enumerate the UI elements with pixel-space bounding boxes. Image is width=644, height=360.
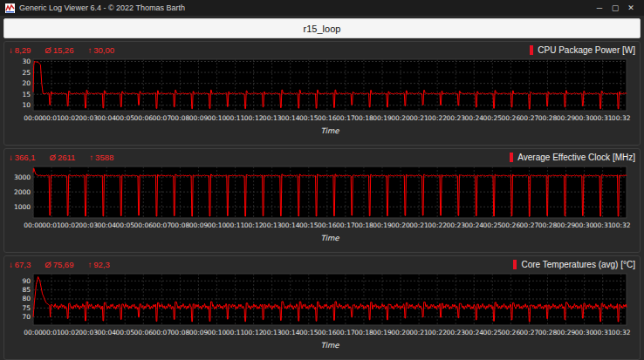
- x-tick-label: 00:08: [171, 221, 190, 229]
- x-axis-label: Time: [321, 234, 340, 242]
- x-tick-label: 00:26: [502, 221, 521, 229]
- min-arrow-icon: ↓: [9, 260, 13, 269]
- x-tick-label: 00:32: [612, 221, 631, 229]
- x-tick-label: 00:23: [446, 329, 465, 336]
- chart-panel-cpu-power: ↓8,29 Ø15,26 ↑30,00 CPU Package Power [W…: [3, 41, 641, 146]
- x-tick-label: 00:11: [226, 114, 245, 122]
- maximize-button[interactable]: ▢: [607, 3, 623, 12]
- x-tick-label: 00:08: [171, 329, 190, 336]
- x-tick-label: 00:25: [483, 114, 503, 122]
- x-tick-label: 00:16: [318, 329, 337, 336]
- x-tick-label: 00:15: [299, 221, 319, 229]
- chart-stats: ↓67,3 Ø75,69 ↑92,3: [9, 260, 110, 269]
- x-tick-label: 00:01: [42, 329, 61, 336]
- chart-title: Core Temperatures (avg) [°C]: [513, 260, 635, 269]
- stat-max: ↑3588: [89, 153, 113, 162]
- minimize-button[interactable]: ─: [592, 3, 607, 12]
- core-temps-chart[interactable]: 00:0000:0100:0200:0300:0400:0500:0600:07…: [9, 271, 635, 358]
- x-tick-label: 00:20: [391, 114, 410, 122]
- x-tick-label: 00:10: [208, 114, 227, 122]
- x-tick-label: 00:00: [24, 329, 43, 336]
- y-tick-label: 10: [22, 101, 31, 109]
- chart-panel-core-temps: ↓67,3 Ø75,69 ↑92,3 Core Temperatures (av…: [3, 255, 641, 360]
- x-tick-label: 00:08: [171, 114, 190, 122]
- stat-avg: Ø75,69: [45, 260, 73, 269]
- x-tick-label: 00:05: [115, 221, 134, 229]
- close-button[interactable]: ✕: [623, 3, 639, 12]
- stat-min: ↓8,29: [9, 45, 31, 55]
- app-icon: [5, 3, 15, 13]
- x-tick-label: 00:25: [483, 329, 503, 336]
- x-tick-label: 00:28: [538, 329, 558, 336]
- title-bar[interactable]: Generic Log Viewer 6.4 - © 2022 Thomas B…: [0, 0, 644, 16]
- x-tick-label: 00:03: [79, 114, 98, 122]
- series-color-bar: [510, 153, 513, 162]
- x-tick-label: 00:00: [24, 114, 43, 122]
- x-tick-label: 00:25: [483, 221, 503, 229]
- x-tick-label: 00:23: [446, 114, 465, 122]
- x-tick-label: 00:13: [263, 114, 282, 122]
- x-tick-label: 00:18: [354, 329, 373, 336]
- effective-clock-chart[interactable]: 00:0000:0100:0200:0300:0400:0500:0600:07…: [9, 164, 635, 251]
- series-color-bar: [513, 260, 517, 269]
- max-arrow-icon: ↑: [87, 260, 92, 269]
- x-tick-label: 00:27: [520, 114, 539, 122]
- chart-title: Average Effective Clock [MHz]: [510, 153, 635, 162]
- y-tick-label: 90: [22, 277, 31, 285]
- window-title: Generic Log Viewer 6.4 - © 2022 Thomas B…: [19, 3, 185, 12]
- x-tick-label: 00:00: [24, 221, 43, 229]
- x-tick-label: 00:29: [557, 221, 576, 229]
- max-arrow-icon: ↑: [87, 45, 92, 55]
- series-color-bar: [530, 45, 533, 55]
- panel-head: ↓67,3 Ø75,69 ↑92,3 Core Temperatures (av…: [9, 258, 635, 270]
- y-tick-label: 2000: [14, 188, 31, 196]
- x-tick-label: 00:18: [354, 221, 373, 229]
- x-tick-label: 00:05: [115, 329, 134, 336]
- x-tick-label: 00:11: [226, 329, 245, 336]
- chart-stats: ↓366,1 Ø2611 ↑3588: [9, 153, 113, 162]
- x-tick-label: 00:28: [538, 114, 558, 122]
- y-tick-label: 1000: [14, 203, 31, 211]
- x-tick-label: 00:09: [189, 221, 209, 229]
- x-tick-label: 00:29: [557, 329, 576, 336]
- x-tick-label: 00:09: [189, 114, 209, 122]
- plot-area: [33, 59, 627, 111]
- chart-panels: ↓8,29 Ø15,26 ↑30,00 CPU Package Power [W…: [0, 41, 644, 360]
- x-tick-label: 00:15: [299, 329, 319, 336]
- x-tick-label: 00:22: [428, 114, 447, 122]
- x-tick-label: 00:01: [42, 221, 61, 229]
- x-tick-label: 00:17: [336, 221, 355, 229]
- x-tick-label: 00:19: [373, 114, 392, 122]
- x-tick-label: 00:24: [464, 221, 483, 229]
- x-tick-label: 00:26: [502, 329, 521, 336]
- x-tick-label: 00:24: [464, 114, 483, 122]
- chart-stats: ↓8,29 Ø15,26 ↑30,00: [9, 45, 114, 55]
- x-axis-label: Time: [321, 341, 340, 350]
- x-tick-label: 00:17: [336, 114, 355, 122]
- y-tick-label: 25: [22, 69, 31, 77]
- x-tick-label: 00:17: [336, 329, 355, 336]
- x-tick-label: 00:01: [42, 114, 61, 122]
- x-tick-label: 00:18: [354, 114, 373, 122]
- x-tick-label: 00:23: [446, 221, 465, 229]
- x-tick-label: 00:21: [409, 221, 428, 229]
- x-tick-label: 00:06: [134, 114, 154, 122]
- x-tick-label: 00:22: [428, 329, 447, 336]
- stat-avg: Ø15,26: [45, 45, 73, 55]
- x-tick-label: 00:12: [244, 221, 264, 229]
- x-tick-label: 00:22: [428, 221, 447, 229]
- x-tick-label: 00:07: [153, 114, 172, 122]
- x-tick-label: 00:10: [208, 221, 227, 229]
- cpu-power-chart[interactable]: 00:0000:0100:0200:0300:0400:0500:0600:07…: [9, 57, 635, 144]
- x-tick-label: 00:12: [244, 329, 264, 336]
- x-tick-label: 00:09: [189, 329, 209, 336]
- x-tick-label: 00:04: [97, 329, 116, 336]
- x-tick-label: 00:30: [575, 114, 594, 122]
- x-tick-label: 00:13: [263, 329, 282, 336]
- x-tick-label: 00:32: [612, 329, 631, 336]
- average-icon: Ø: [45, 45, 51, 55]
- stat-min: ↓366,1: [9, 153, 36, 162]
- x-tick-label: 00:12: [244, 114, 264, 122]
- x-tick-label: 00:02: [60, 221, 79, 229]
- x-tick-label: 00:07: [153, 329, 172, 336]
